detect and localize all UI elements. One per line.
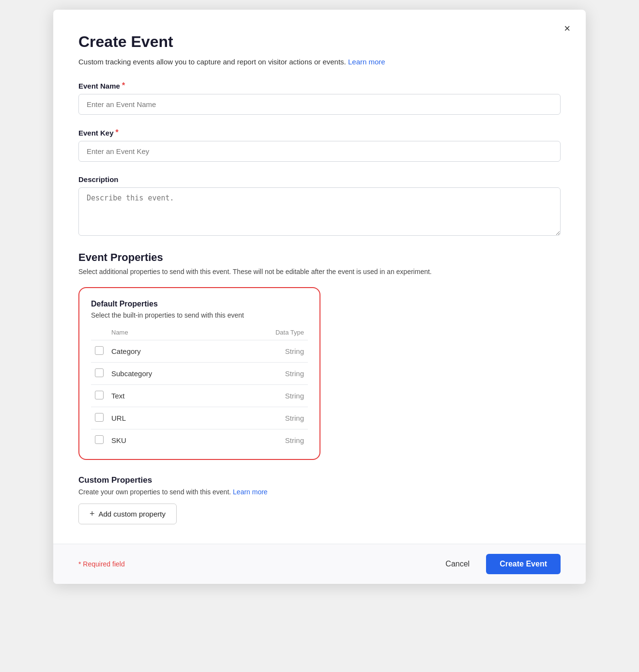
custom-learn-more-link[interactable]: Learn more: [233, 488, 268, 496]
property-datatype-0: String: [222, 340, 308, 363]
table-row: Text String: [91, 385, 308, 407]
default-properties-title: Default Properties: [91, 300, 308, 308]
custom-properties-section: Custom Properties Create your own proper…: [78, 475, 561, 524]
event-name-label: Event Name *: [78, 81, 561, 90]
checkbox-cell-4[interactable]: [91, 429, 107, 452]
property-datatype-2: String: [222, 385, 308, 407]
event-properties-title: Event Properties: [78, 251, 561, 264]
property-checkbox-4[interactable]: [95, 435, 104, 444]
property-name-3: URL: [107, 407, 222, 429]
property-name-2: Text: [107, 385, 222, 407]
learn-more-link[interactable]: Learn more: [348, 58, 385, 66]
table-row: URL String: [91, 407, 308, 429]
event-name-input[interactable]: [78, 94, 561, 115]
table-row: Category String: [91, 340, 308, 363]
property-datatype-1: String: [222, 363, 308, 385]
col-header-checkbox: [91, 327, 107, 340]
required-star-key: *: [116, 128, 119, 137]
footer-buttons: Cancel Create Event: [437, 554, 561, 574]
default-properties-subtitle: Select the built-in properties to send w…: [91, 311, 308, 319]
property-datatype-3: String: [222, 407, 308, 429]
add-custom-property-button[interactable]: + Add custom property: [78, 504, 177, 524]
checkbox-cell-1[interactable]: [91, 363, 107, 385]
property-name-1: Subcategory: [107, 363, 222, 385]
close-button[interactable]: ×: [562, 21, 572, 36]
cancel-button[interactable]: Cancel: [437, 555, 478, 573]
add-custom-label: Add custom property: [99, 510, 166, 518]
property-datatype-4: String: [222, 429, 308, 452]
event-name-group: Event Name *: [78, 81, 561, 115]
table-row: Subcategory String: [91, 363, 308, 385]
property-checkbox-3[interactable]: [95, 413, 104, 422]
modal-subtitle: Custom tracking events allow you to capt…: [78, 58, 561, 66]
plus-icon: +: [90, 509, 95, 519]
checkbox-cell-2[interactable]: [91, 385, 107, 407]
event-key-input[interactable]: [78, 141, 561, 162]
create-event-button[interactable]: Create Event: [486, 554, 561, 574]
modal-footer: * Required field Cancel Create Event: [53, 544, 586, 584]
modal-title: Create Event: [78, 33, 561, 51]
property-name-0: Category: [107, 340, 222, 363]
event-properties-subtitle: Select additional properties to send wit…: [78, 268, 561, 275]
required-star-name: *: [122, 81, 125, 90]
table-row: SKU String: [91, 429, 308, 452]
property-checkbox-2[interactable]: [95, 391, 104, 399]
event-key-label: Event Key *: [78, 128, 561, 137]
description-group: Description: [78, 175, 561, 238]
property-checkbox-1[interactable]: [95, 368, 104, 377]
custom-properties-title: Custom Properties: [78, 475, 561, 485]
col-header-name: Name: [107, 327, 222, 340]
checkbox-cell-0[interactable]: [91, 340, 107, 363]
description-input[interactable]: [78, 187, 561, 236]
default-properties-box: Default Properties Select the built-in p…: [78, 287, 320, 460]
create-event-modal: × Create Event Custom tracking events al…: [53, 10, 586, 584]
properties-table: Name Data Type Category String Subcatego…: [91, 327, 308, 451]
col-header-datatype: Data Type: [222, 327, 308, 340]
event-key-group: Event Key *: [78, 128, 561, 162]
description-label: Description: [78, 175, 561, 183]
property-name-4: SKU: [107, 429, 222, 452]
custom-properties-subtitle: Create your own properties to send with …: [78, 488, 561, 496]
checkbox-cell-3[interactable]: [91, 407, 107, 429]
required-note: * Required field: [78, 560, 125, 568]
property-checkbox-0[interactable]: [95, 346, 104, 355]
